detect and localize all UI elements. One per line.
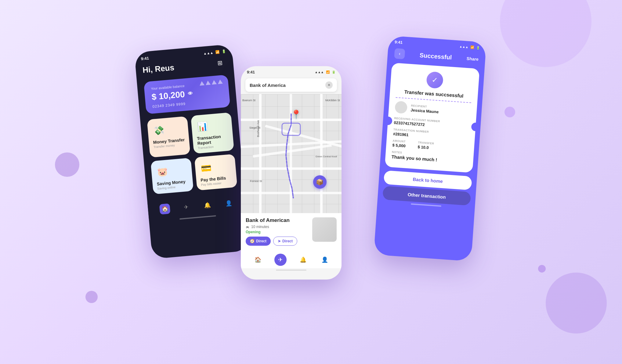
bills-title: Pay the Bills bbox=[201, 176, 226, 183]
map-label-4: Siegel St bbox=[249, 126, 260, 129]
success-checkmark: ✓ bbox=[426, 71, 444, 89]
place-buttons: 🧭 Direct ➤ Direct bbox=[246, 237, 309, 246]
scan-icon[interactable]: ⊞ bbox=[217, 59, 227, 69]
share-button[interactable]: Share bbox=[466, 56, 479, 62]
location-pin: 📍 bbox=[291, 109, 302, 120]
signal-icon-middle: ▲▲▲ bbox=[315, 70, 324, 74]
time-right: 9:41 bbox=[395, 40, 403, 45]
amount-value: $ 5,000 bbox=[392, 143, 406, 148]
transaction-sub: Transaction bbox=[198, 145, 214, 150]
map-area[interactable]: Boerurn St McKibbin St Bushwick Ave Sieg… bbox=[241, 94, 342, 213]
place-status: Opening bbox=[246, 230, 309, 234]
card-dot-4 bbox=[218, 79, 223, 84]
bottom-nav-middle: 🏠 ✈ 🔔 👤 bbox=[241, 250, 342, 268]
wifi-icon-middle: 📶 bbox=[326, 70, 330, 74]
place-meta: 🏍 10 minutes bbox=[246, 225, 309, 229]
package-pin: 📦 bbox=[313, 175, 327, 189]
direct-btn-1[interactable]: 🧭 Direct bbox=[246, 237, 271, 246]
recipient-avatar bbox=[395, 101, 408, 114]
recipient-info: RECIPIENT Jessica Maune bbox=[410, 104, 439, 114]
search-text: Bank of America bbox=[250, 83, 286, 88]
phones-container: 9:41 ▲▲▲ 📶 🔋 Hi, Reus ⊞ Your available b… bbox=[143, 30, 479, 334]
amount-label: AMOUNT bbox=[392, 139, 406, 143]
arrow-icon: ➤ bbox=[278, 239, 281, 243]
amount-row: AMOUNT $ 5,000 TRANSFER $ 10.0 bbox=[392, 139, 468, 152]
place-info: Bank of American 🏍 10 minutes Opening 🧭 … bbox=[246, 217, 309, 246]
phone-left: 9:41 ▲▲▲ 📶 🔋 Hi, Reus ⊞ Your available b… bbox=[134, 44, 250, 259]
menu-item-money-transfer[interactable]: 💸 Money Transfer Transfer money bbox=[147, 116, 190, 158]
close-search-button[interactable]: ✕ bbox=[325, 81, 333, 89]
nav-home-left[interactable]: 🏠 bbox=[159, 203, 171, 215]
status-icons-middle: ▲▲▲ 📶 🔋 bbox=[315, 70, 335, 74]
transfer-col: TRANSFER $ 10.0 bbox=[418, 141, 434, 150]
bills-icon: 💳 bbox=[199, 161, 214, 175]
direct-label-2: Direct bbox=[282, 239, 293, 243]
nav-bell-middle[interactable]: 🔔 bbox=[298, 255, 308, 265]
card-dot-2 bbox=[205, 80, 211, 85]
direct-btn-2[interactable]: ➤ Direct bbox=[273, 237, 297, 246]
menu-item-saving[interactable]: 🐷 Saving Money Saving online bbox=[150, 158, 193, 194]
phone-right: 9:41 ▲▲▲ 📶 🔋 ‹ Successful Share ✓ Transf… bbox=[374, 36, 486, 262]
nav-send-middle[interactable]: ✈ bbox=[274, 254, 287, 266]
balance-value: $ 10,200 bbox=[151, 89, 185, 102]
card-notch-left bbox=[383, 116, 392, 125]
transaction-title: Transaction Report bbox=[197, 133, 229, 146]
back-button[interactable]: ‹ bbox=[394, 48, 405, 59]
map-label-6: Green Central Knoll bbox=[316, 155, 337, 158]
saving-icon: 🐷 bbox=[155, 165, 170, 179]
nav-user-left[interactable]: 👤 bbox=[223, 198, 234, 209]
map-label-1: Boerurn St bbox=[242, 99, 255, 102]
bg-decoration-5 bbox=[504, 107, 515, 117]
account-row: RECEIVING ACCOUNT NUMBER 02337417527272 bbox=[394, 117, 470, 130]
money-transfer-title: Money Transfer bbox=[153, 137, 185, 145]
phone-middle: 9:41 ▲▲▲ 📶 🔋 Bank of America ✕ bbox=[241, 66, 342, 280]
home-indicator-right bbox=[411, 203, 441, 207]
place-time: 10 minutes bbox=[251, 225, 269, 229]
nav-user-middle[interactable]: 👤 bbox=[320, 255, 330, 265]
nav-send-left[interactable]: ✈ bbox=[180, 202, 192, 213]
place-name: Bank of American bbox=[246, 217, 309, 223]
status-bar-middle: 9:41 ▲▲▲ 📶 🔋 bbox=[241, 66, 342, 76]
search-bar[interactable]: Bank of America ✕ bbox=[245, 78, 337, 92]
wifi-icon-right: 📶 bbox=[470, 45, 474, 49]
saving-title: Saving Money bbox=[157, 179, 186, 186]
nav-bell-left[interactable]: 🔔 bbox=[202, 200, 213, 211]
bg-decoration-1 bbox=[500, 0, 591, 67]
map-label-5: Forrest St bbox=[250, 180, 262, 183]
menu-item-bills[interactable]: 💳 Pay the Bills Pay bills easier bbox=[194, 154, 237, 191]
time-middle: 9:41 bbox=[247, 70, 255, 74]
place-thumbnail bbox=[312, 217, 337, 242]
menu-grid: 💸 Money Transfer Transfer money 📊 Transa… bbox=[140, 106, 244, 201]
eye-icon[interactable]: 👁 bbox=[188, 91, 193, 97]
notes-row: NOTES Thank you so much ! bbox=[391, 150, 467, 164]
bg-decoration-6 bbox=[538, 265, 546, 273]
card-dot-1 bbox=[199, 81, 204, 86]
battery-icon-left: 🔋 bbox=[222, 49, 226, 54]
wifi-icon-left: 📶 bbox=[215, 50, 220, 54]
compass-icon-1: 🧭 bbox=[250, 239, 255, 243]
place-card: Bank of American 🏍 10 minutes Opening 🧭 … bbox=[241, 213, 342, 250]
nav-home-middle[interactable]: 🏠 bbox=[253, 255, 263, 265]
bg-decoration-4 bbox=[85, 291, 98, 303]
transfer-value: $ 10.0 bbox=[418, 145, 434, 150]
bg-decoration-2 bbox=[546, 273, 607, 334]
battery-icon-right: 🔋 bbox=[476, 46, 480, 50]
card-dot-3 bbox=[212, 80, 217, 84]
card-notch-right bbox=[471, 122, 480, 131]
greeting-text: Hi, Reus bbox=[142, 63, 175, 75]
menu-item-transaction[interactable]: 📊 Transaction Report Transaction bbox=[191, 112, 234, 154]
money-transfer-icon: 💸 bbox=[152, 123, 166, 137]
map-label-2: McKibbin St bbox=[325, 99, 340, 102]
recipient-row: RECIPIENT Jessica Maune bbox=[395, 101, 471, 118]
status-icons-right: ▲▲▲ 📶 🔋 bbox=[459, 45, 480, 50]
signal-icon-left: ▲▲▲ bbox=[203, 51, 214, 55]
amount-col: AMOUNT $ 5,000 bbox=[392, 139, 406, 148]
page-title-right: Successful bbox=[419, 52, 452, 61]
transaction-icon: 📊 bbox=[195, 119, 210, 134]
direct-label-1: Direct bbox=[256, 239, 266, 243]
signal-icon-right: ▲▲▲ bbox=[459, 45, 468, 49]
motorcycle-icon: 🏍 bbox=[246, 225, 249, 229]
time-left: 9:41 bbox=[141, 56, 149, 61]
bg-decoration-3 bbox=[55, 152, 79, 177]
success-card: ✓ Transfer was succsessful RECIPIENT Jes… bbox=[385, 63, 479, 173]
